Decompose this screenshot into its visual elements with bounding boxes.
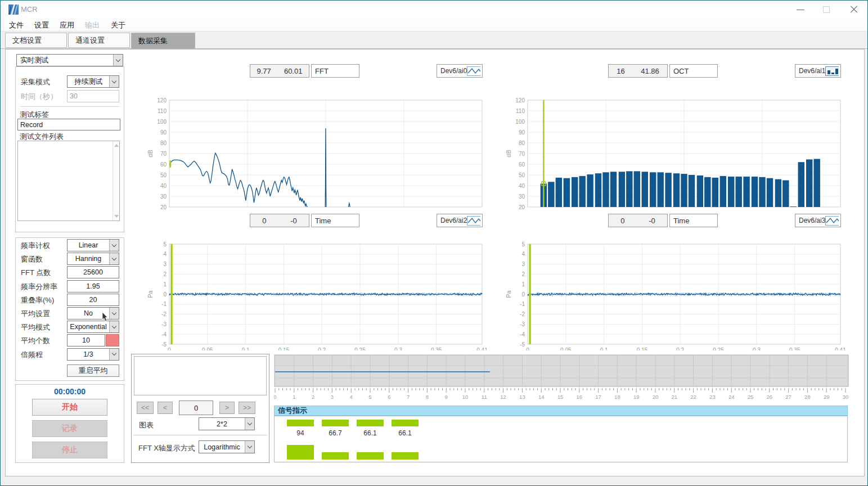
nav-last-button[interactable]: >> [239,402,255,414]
param-input[interactable] [67,294,119,306]
chart-plot-area[interactable]: 2030405060708090100110120101001000100001… [488,78,845,212]
minimize-button[interactable] [788,1,814,19]
acq-mode-select[interactable]: 持续测试 [67,75,119,88]
nav-prev-button[interactable]: < [158,402,173,414]
param-input[interactable] [67,280,119,292]
chart-plot-time3[interactable]: -5-4-3-2-101234500.050.10.150.20.250.30.… [488,227,845,350]
nav-index-value[interactable]: 0 [179,400,213,415]
svg-text:Pa: Pa [505,290,512,298]
average-alert-indicator [106,334,119,346]
chart-type-field[interactable]: FFT [311,64,359,78]
cursor-y-value: -0 [290,217,297,225]
menu-item[interactable]: 文件 [9,20,24,30]
svg-text:4: 4 [350,394,353,400]
param-input[interactable] [67,334,105,346]
channel-selector[interactable]: Dev6/ai3 [795,214,841,227]
signal-indicator-title: 信号指示 [278,406,307,416]
param-select[interactable]: No [67,307,119,320]
svg-text:0.35: 0.35 [789,347,800,350]
chart-type-value: FFT [315,67,329,75]
scroll-down-icon[interactable] [114,215,119,218]
layout-label: 图表 [139,420,154,430]
scrollbar[interactable] [113,141,119,220]
svg-text:28: 28 [804,394,811,400]
menu-item[interactable]: 设置 [34,20,49,30]
record-label-input[interactable] [17,119,120,130]
param-value: Linear [68,241,109,249]
cursor-x-value: 0 [262,217,266,225]
elapsed-timer: 00:00:00 [15,387,124,396]
svg-text:0.15: 0.15 [637,347,648,350]
menu-item[interactable]: 关于 [111,20,125,30]
svg-text:0.35: 0.35 [431,347,442,350]
param-select[interactable]: Hanning [67,253,119,265]
chart-plot-area[interactable]: -5-4-3-2-101234500.050.10.150.20.250.30.… [488,227,845,353]
svg-text:11: 11 [482,394,487,400]
channel-selector[interactable]: Dev6/ai2 [437,214,483,227]
record-overview-strip[interactable]: 0123456789101112131415161718192021222324… [274,354,849,405]
svg-text:0.05: 0.05 [202,347,213,350]
chevron-down-icon [109,240,119,251]
chart-plot-oct[interactable]: 2030405060708090100110120101001000100001… [488,78,845,210]
param-select[interactable]: 1/3 [67,348,119,361]
svg-text:dB: dB [147,150,154,157]
param-input[interactable] [67,266,119,278]
start-button[interactable]: 开始 [32,399,107,416]
svg-text:80: 80 [160,140,167,146]
test-file-list[interactable] [17,141,120,221]
chart-type-field[interactable]: Time [311,214,359,227]
chart-plot-fft[interactable]: 2030405060708090100110120101001000100001… [130,78,487,210]
fft-axis-label: FFT X轴显示方式 [138,443,195,453]
svg-text:-1: -1 [520,301,525,307]
signal-peak-bar [392,452,419,460]
cursor-x-value: 16 [617,67,624,75]
tab-3[interactable]: 数据采集 [131,33,195,49]
chart-panel-time3: 0-0TimeDev6/ai3-5-4-3-2-101234500.050.10… [488,210,845,350]
svg-text:0.1: 0.1 [242,347,250,350]
channel-name: Dev6/ai3 [799,217,825,224]
svg-text:3: 3 [521,261,525,267]
svg-text:18: 18 [614,394,620,400]
svg-text:0.2: 0.2 [676,347,684,350]
scroll-up-icon[interactable] [114,144,119,147]
chart-panel-fft: 9.7760.01FFTDev6/ai020304050607080901001… [130,57,487,210]
chart-plot-area[interactable]: -5-4-3-2-101234500.050.10.150.20.250.30.… [130,227,487,353]
chart-plot-time2[interactable]: -5-4-3-2-101234500.050.10.150.20.250.30.… [130,227,487,350]
svg-text:110: 110 [516,108,525,114]
channel-selector[interactable]: Dev6/ai0 [437,64,483,78]
svg-text:0.25: 0.25 [354,347,366,350]
menu-item[interactable]: 应用 [60,20,74,30]
svg-text:20: 20 [160,204,167,210]
chart-panel-oct: 1641.86OCTDev6/ai12030405060708090100110… [488,57,845,210]
layout-select[interactable]: 2*2 [199,417,255,430]
close-button[interactable] [841,1,867,19]
svg-text:30: 30 [160,194,167,200]
test-mode-select[interactable]: 实时测试 [16,54,123,66]
maximize-button[interactable] [814,1,840,19]
overview-svg: 0123456789101112131415161718192021222324… [274,354,849,403]
param-value: Exponential [68,323,109,331]
param-select[interactable]: Exponential [67,321,119,333]
channel-name: Dev6/ai0 [440,67,467,75]
menu-bar: 文件设置应用输出关于 [1,19,867,32]
tab-2[interactable]: 通道设置 [68,33,130,48]
stop-button[interactable]: 停止 [32,442,107,458]
chart-type-field[interactable]: Time [669,214,718,227]
nav-next-button[interactable]: > [219,402,235,414]
svg-text:4: 4 [521,251,525,257]
restart-average-button[interactable]: 重启平均 [67,364,119,377]
chart-type-field[interactable]: OCT [669,64,718,78]
duration-input[interactable] [67,90,119,102]
chart-plot-area[interactable]: 2030405060708090100110120101001000100001… [130,78,487,212]
param-select[interactable]: Linear [67,239,119,251]
fft-axis-select[interactable]: Logarithmic [199,440,255,453]
svg-text:0.05: 0.05 [560,347,572,350]
preview-box [134,356,267,395]
svg-text:24: 24 [728,394,735,400]
nav-first-button[interactable]: << [137,402,154,414]
channel-selector[interactable]: Dev6/ai1 [795,64,841,78]
record-button[interactable]: 记录 [32,420,107,437]
signal-level-value: 66.1 [357,429,384,437]
svg-text:40: 40 [160,183,167,189]
tab-1[interactable]: 文档设置 [5,33,67,48]
